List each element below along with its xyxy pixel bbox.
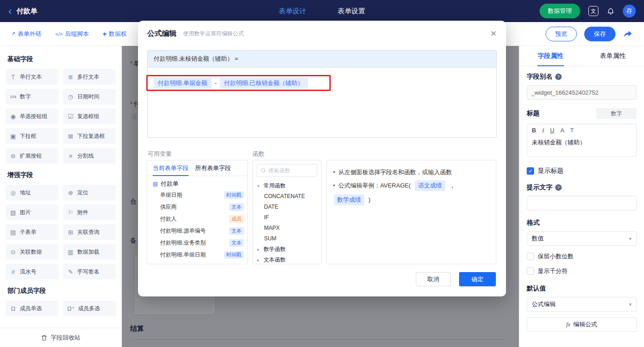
section-title-member-fields: 部门成员字段 [7, 287, 114, 295]
field-subform[interactable]: ▤子表单 [6, 224, 58, 240]
field-member-multi[interactable]: Ω⁺成员多选 [63, 301, 116, 316]
title-value[interactable]: 未核销金额（辅助） [527, 137, 636, 148]
tab-field-properties[interactable]: 字段属性 [519, 46, 582, 66]
field-checkbox-group[interactable]: ☑复选框组 [63, 108, 116, 124]
format-select[interactable]: 数值 ▾ [527, 231, 637, 246]
checkbox-unchecked-icon[interactable] [527, 267, 534, 275]
function-search-input[interactable] [268, 167, 314, 174]
variable-item[interactable]: 付款明细.业务类别文本 [147, 237, 247, 249]
tab-form-properties[interactable]: 表单属性 [582, 46, 644, 66]
field-extend-button[interactable]: ⊜扩展按钮 [6, 148, 58, 164]
tab-current-form-fields[interactable]: 当前表单字段 [153, 160, 189, 176]
field-label: 单选按钮组 [20, 113, 47, 120]
field-location[interactable]: ⊕定位 [63, 185, 116, 200]
variable-item[interactable]: 供应商文本 [147, 201, 247, 213]
variable-item[interactable]: 付款人成员 [147, 213, 247, 225]
field-alias-input[interactable] [527, 85, 637, 100]
function-item[interactable]: IF [253, 212, 321, 223]
function-item[interactable]: DATE [253, 202, 321, 212]
linked-query-icon: ⊞ [67, 229, 74, 236]
variable-item[interactable]: 付款明细.源单编号文本 [147, 225, 247, 237]
preview-button[interactable]: 预览 [546, 27, 577, 41]
title-rich-editor[interactable]: B I U A T 未核销金额（辅助） [527, 124, 637, 157]
member-single-icon: Ω [10, 305, 17, 312]
font-color-icon[interactable]: A [560, 127, 564, 134]
variable-name: 供应商 [160, 203, 177, 211]
cancel-button[interactable]: 取消 [416, 272, 451, 286]
variable-item[interactable]: 付款明细.单据日期时间戳 [147, 249, 247, 261]
field-divider[interactable]: ≡分割线 [63, 148, 116, 164]
function-group-label: 数学函数 [264, 245, 286, 253]
field-dropdown-multi[interactable]: ⊠下拉复选框 [63, 128, 116, 144]
tab-form-settings[interactable]: 表单设置 [338, 7, 365, 16]
field-linked-data[interactable]: ⊙关联数据 [6, 244, 58, 260]
close-icon[interactable]: ✕ [490, 29, 497, 39]
field-member-single[interactable]: Ω成员单选 [6, 301, 58, 316]
checkbox-checked-icon[interactable]: ✓ [527, 167, 534, 175]
hint-text-input[interactable] [527, 196, 637, 210]
field-serial-number[interactable]: #流水号 [6, 264, 58, 279]
back-chevron-icon[interactable]: ‹ [8, 6, 12, 17]
field-label: 下拉复选框 [77, 132, 105, 140]
variable-item[interactable]: 单据日期时间戳 [147, 189, 247, 201]
thousand-separator-row[interactable]: 显示千分符 [527, 267, 637, 275]
modal-title: 公式编辑 [147, 29, 177, 39]
function-group-common[interactable]: ▾常用函数 [253, 181, 321, 191]
edit-formula-button[interactable]: fx 编辑公式 [527, 317, 637, 332]
field-linked-query[interactable]: ⊞关联查询 [63, 224, 116, 240]
field-dropdown[interactable]: ▣下拉框 [6, 128, 58, 144]
external-link-icon: ↗ [11, 31, 15, 37]
backend-script-button[interactable]: </> 后端脚本 [55, 30, 89, 38]
form-external-link-button[interactable]: ↗ 表单外链 [11, 30, 41, 38]
field-number[interactable]: 123数字 [6, 89, 58, 104]
field-data-load[interactable]: ▥数据加载 [63, 244, 116, 260]
single-line-text-icon: T [10, 74, 17, 80]
underline-icon[interactable]: U [550, 127, 554, 134]
font-size-icon[interactable]: T [570, 127, 574, 134]
function-search[interactable] [257, 164, 317, 177]
language-icon[interactable]: 文 [588, 6, 598, 16]
show-title-row[interactable]: ✓ 显示标题 [527, 167, 637, 175]
field-signature[interactable]: ✎手写签名 [63, 264, 116, 279]
bullet-icon: • [333, 181, 335, 191]
confirm-button[interactable]: 确定 [459, 272, 496, 286]
tab-form-design[interactable]: 表单设计 [279, 7, 306, 16]
variable-name: 单据日期 [160, 191, 182, 199]
keep-decimal-row[interactable]: 保留小数位数 [527, 252, 637, 261]
help-question-icon[interactable]: ? [555, 184, 562, 191]
function-item[interactable]: CONCATENATE [253, 191, 321, 202]
tab-all-form-fields[interactable]: 所有表单字段 [195, 160, 231, 176]
bold-icon[interactable]: B [532, 127, 536, 134]
function-item[interactable]: MAPX [253, 223, 321, 233]
topbar-actions: 数据管理 文 存 [540, 4, 636, 18]
function-group-math[interactable]: ▸数学函数 [253, 244, 321, 255]
field-address[interactable]: ◎地址 [6, 185, 58, 200]
formula-token-left[interactable]: 付款明细.单据金额 [154, 78, 212, 89]
address-icon: ◎ [10, 189, 17, 196]
field-datetime[interactable]: ◷日期时间 [63, 89, 116, 104]
formula-editor[interactable]: 付款明细.单据金额-付款明细.已核销金额（辅助） [148, 68, 496, 137]
modal-header: 公式编辑 使用数学运算符编辑公式 ✕ [138, 21, 506, 46]
italic-icon[interactable]: I [542, 127, 544, 134]
variables-root[interactable]: ▤ 付款单 [147, 176, 247, 189]
share-icon[interactable] [623, 29, 633, 39]
field-attachment[interactable]: ⚐附件 [63, 205, 116, 220]
default-value-select[interactable]: 公式编辑 ▾ [527, 297, 637, 312]
checkbox-unchecked-icon[interactable] [527, 253, 534, 260]
field-recycle-bin[interactable]: 字段回收站 [0, 328, 121, 347]
format-label: 格式 [527, 219, 637, 227]
notification-bell-icon[interactable] [607, 7, 615, 15]
save-button[interactable]: 保存 [584, 27, 615, 41]
field-label: 成员多选 [78, 305, 100, 313]
field-radio-group[interactable]: ◉单选按钮组 [6, 108, 58, 124]
data-manage-button[interactable]: 数据管理 [540, 4, 580, 18]
formula-token-right[interactable]: 付款明细.已核销金额（辅助） [220, 78, 308, 89]
field-multi-line-text[interactable]: ≣多行文本 [63, 69, 116, 85]
function-item[interactable]: SUM [253, 233, 321, 244]
field-single-line-text[interactable]: T单行文本 [6, 69, 58, 85]
user-avatar[interactable]: 存 [623, 5, 636, 17]
help-question-icon[interactable]: ? [555, 74, 562, 80]
data-permission-button[interactable]: ◈ 数据权 [103, 30, 126, 38]
function-group-text[interactable]: ▸文本函数 [253, 255, 321, 264]
field-image[interactable]: ▨图片 [6, 205, 58, 220]
